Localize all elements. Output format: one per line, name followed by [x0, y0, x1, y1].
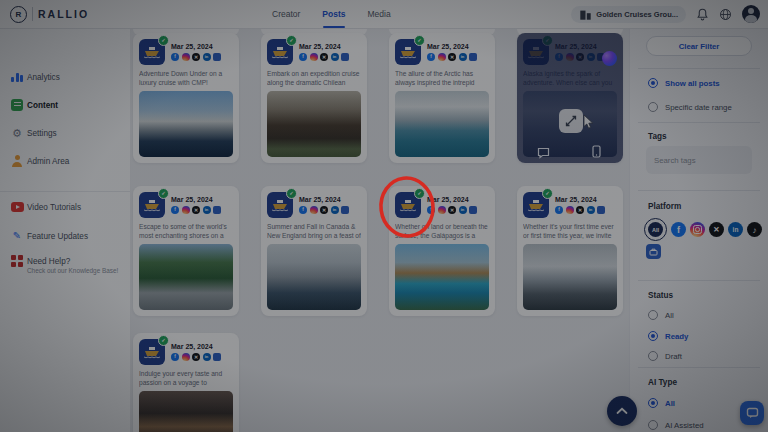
- need-help-sublabel: Check out our Knowledge Base!: [27, 267, 118, 274]
- platform-linkedin-icon[interactable]: in: [728, 222, 743, 237]
- facebook-icon: f: [299, 53, 307, 61]
- divider: [638, 122, 760, 123]
- left-sidebar: Analytics Content ⚙ Settings Admin Area …: [0, 28, 131, 432]
- tab-creator[interactable]: Creator: [272, 0, 300, 28]
- phone-icon[interactable]: [592, 145, 601, 158]
- ai-type-ai-assisted[interactable]: AI Assisted: [648, 418, 704, 432]
- ai-type-all[interactable]: All: [648, 396, 675, 410]
- post-hover-overlay: [517, 33, 623, 163]
- post-card[interactable]: ✓ Mar 25, 2024 f ✕ in Alaska ignites the…: [517, 33, 623, 163]
- instagram-icon: [310, 206, 318, 214]
- post-date: Mar 25, 2024: [427, 43, 477, 50]
- bell-icon[interactable]: [696, 8, 709, 21]
- posts-grid: ✓ Mar 25, 2024 f ✕ in Adventure Down Und…: [130, 28, 630, 432]
- sidebar-item-settings[interactable]: ⚙ Settings: [0, 125, 130, 141]
- post-platforms: f ✕ in: [171, 353, 221, 361]
- post-card[interactable]: ✓ Mar 25, 2024 f ✕ in Whether on land or…: [389, 186, 495, 316]
- platform-facebook-icon[interactable]: f: [671, 222, 686, 237]
- filter-show-all-posts[interactable]: Show all posts: [648, 76, 720, 90]
- x-icon: ✕: [448, 206, 456, 214]
- chevron-up-icon: [616, 407, 628, 415]
- linkedin-icon: in: [459, 53, 467, 61]
- sidebar-item-admin-area[interactable]: Admin Area: [0, 153, 130, 169]
- platform-google-business-icon[interactable]: [646, 244, 661, 259]
- instagram-icon: [566, 206, 574, 214]
- x-icon: ✕: [192, 353, 200, 361]
- settings-icon: ⚙: [10, 126, 24, 140]
- post-caption: Whether on land or beneath the surface; …: [395, 222, 489, 241]
- post-card[interactable]: ✓ Mar 25, 2024 f ✕ in The allure of the …: [389, 33, 495, 163]
- post-platforms: f ✕ in: [171, 53, 221, 61]
- sidebar-item-video-tutorials[interactable]: Video Tutorials: [0, 199, 130, 215]
- platform-all-selected-ring[interactable]: All: [644, 218, 667, 241]
- scroll-to-top-button[interactable]: [607, 396, 637, 426]
- post-card-header: ✓ Mar 25, 2024 f ✕ in: [523, 192, 617, 218]
- globe-icon[interactable]: [719, 8, 732, 21]
- post-image-arctic-cruise-ship: [395, 91, 489, 157]
- ai-badge-icon: [602, 51, 617, 66]
- divider: [32, 7, 33, 21]
- organization-icon: [579, 8, 592, 21]
- radio-selected-icon: [648, 398, 658, 408]
- post-card[interactable]: ✓ Mar 25, 2024 f ✕ in Adventure Down Und…: [133, 33, 239, 163]
- brand: R RALLIO: [10, 6, 89, 23]
- status-heading: Status: [648, 291, 673, 300]
- post-card[interactable]: ✓ Mar 25, 2024 f ✕ in Indulge your every…: [133, 333, 239, 432]
- divider: [0, 191, 130, 192]
- post-image-cruise-ship-in-port: [523, 244, 617, 310]
- expand-icon[interactable]: [559, 109, 583, 133]
- sidebar-item-analytics[interactable]: Analytics: [0, 69, 130, 85]
- platform-filter-row-2: [646, 244, 661, 259]
- approved-check-icon: ✓: [158, 35, 169, 46]
- platform-all: All: [648, 222, 663, 237]
- post-card[interactable]: ✓ Mar 25, 2024 f ✕ in Whether it's your …: [517, 186, 623, 316]
- post-card[interactable]: ✓ Mar 25, 2024 f ✕ in Embark on an exped…: [261, 33, 367, 163]
- search-tags-input[interactable]: Search tags: [646, 146, 752, 174]
- platform-filter-row: All f ✕ in ♪: [644, 218, 762, 241]
- status-draft[interactable]: Draft: [648, 349, 682, 363]
- linkedin-icon: in: [459, 206, 467, 214]
- platform-instagram-icon[interactable]: [690, 222, 705, 237]
- chat-widget-button[interactable]: [740, 401, 764, 425]
- facebook-icon: f: [299, 206, 307, 214]
- divider: [638, 367, 760, 368]
- linkedin-icon: in: [587, 206, 595, 214]
- tab-media[interactable]: Media: [368, 0, 391, 28]
- filter-specific-date-range[interactable]: Specific date range: [648, 100, 732, 114]
- comment-icon[interactable]: [537, 147, 550, 159]
- sidebar-item-feature-updates[interactable]: ✎ Feature Updates: [0, 228, 130, 244]
- post-date: Mar 25, 2024: [555, 196, 605, 203]
- post-date: Mar 25, 2024: [171, 196, 221, 203]
- approved-check-icon: ✓: [286, 35, 297, 46]
- sidebar-item-content[interactable]: Content: [0, 97, 130, 113]
- tab-posts[interactable]: Posts: [322, 0, 345, 28]
- post-image-tropical-mountain-road: [139, 244, 233, 310]
- user-avatar[interactable]: [742, 5, 760, 23]
- status-ready[interactable]: Ready: [648, 329, 688, 343]
- clear-filter-button[interactable]: Clear Filter: [646, 36, 752, 56]
- platform-heading: Platform: [648, 202, 681, 211]
- post-image-chilean-wooden-church: [267, 91, 361, 157]
- post-platforms: f ✕ in: [427, 53, 477, 61]
- chat-icon: [746, 407, 759, 419]
- post-platforms: f ✕ in: [427, 206, 477, 214]
- post-card[interactable]: ✓ Mar 25, 2024 f ✕ in Escape to some of …: [133, 186, 239, 316]
- ai-type-heading: AI Type: [648, 378, 677, 387]
- analytics-icon: [10, 70, 24, 84]
- instagram-icon: [182, 53, 190, 61]
- post-card[interactable]: ✓ Mar 25, 2024 f ✕ in Summer and Fall in…: [261, 186, 367, 316]
- post-card-header: ✓ Mar 25, 2024 f ✕ in: [395, 39, 489, 65]
- post-caption: Summer and Fall in Canada & New England …: [267, 222, 361, 241]
- post-caption: The allure of the Arctic has always insp…: [395, 69, 489, 88]
- post-image-australia-dusk-mountains: [139, 391, 233, 432]
- post-caption: Whether it's your first time ever or fir…: [523, 222, 617, 241]
- divider: [638, 280, 760, 281]
- instagram-icon: [182, 206, 190, 214]
- platform-x-icon[interactable]: ✕: [709, 222, 724, 237]
- linkedin-icon: in: [203, 53, 211, 61]
- approved-check-icon: ✓: [158, 188, 169, 199]
- account-selector[interactable]: Golden Cruises Grou...: [571, 6, 686, 23]
- post-card-header: ✓ Mar 25, 2024 f ✕ in: [267, 39, 361, 65]
- platform-tiktok-icon[interactable]: ♪: [747, 222, 762, 237]
- status-all[interactable]: All: [648, 308, 674, 322]
